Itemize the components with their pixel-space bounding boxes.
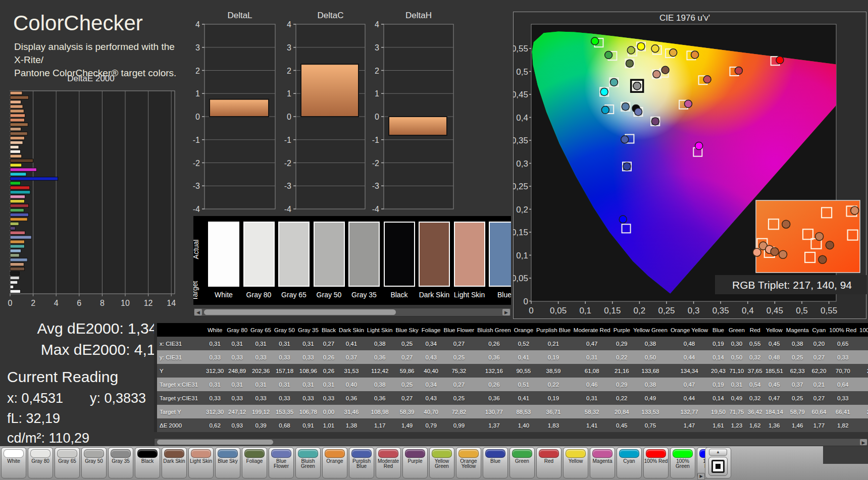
- toolbar-patch-white[interactable]: White: [1, 447, 26, 478]
- table-cell: 0,33: [249, 350, 273, 364]
- collapse-up-icon[interactable]: ▲: [709, 449, 727, 456]
- table-cell: 59,86: [394, 364, 420, 378]
- table-cell: 0,33: [828, 350, 858, 364]
- toolbar-patch-orange-yellow[interactable]: Orange Yellow: [456, 447, 481, 478]
- table-scroll-right-icon[interactable]: ▶: [860, 439, 867, 445]
- table-cell: 0,33: [205, 391, 225, 405]
- table-row-label: Y: [157, 364, 205, 378]
- toolbar-patch-black[interactable]: Black: [135, 447, 160, 478]
- toolbar-patch-cyan[interactable]: Cyan: [617, 447, 642, 478]
- deltae-bar: [10, 177, 58, 181]
- toolbar-patch-magenta[interactable]: Magenta: [590, 447, 615, 478]
- table-scrollbar[interactable]: ▶: [154, 438, 868, 446]
- patch-button-label: Gray 50: [82, 458, 106, 464]
- patch-swatch-dark-skin: [419, 222, 450, 287]
- deltae-bar: [10, 213, 28, 217]
- deltae-bar: [10, 281, 18, 284]
- deltae-bar: [10, 258, 27, 262]
- table-cell: 0,38: [785, 337, 810, 350]
- table-cell: 0,31: [225, 378, 249, 391]
- table-cell: 71,75: [727, 405, 746, 418]
- window-pattern-button[interactable]: [708, 457, 728, 476]
- toolbar-patch-blue[interactable]: Blue: [483, 447, 508, 478]
- patch-color-pill: [218, 449, 238, 458]
- toolbar-patch-purplish-blue[interactable]: Purplish Blue: [349, 447, 374, 478]
- table-cell: 0,26: [476, 378, 512, 391]
- cie-measured-marker: [661, 66, 669, 74]
- svg-text:1: 1: [375, 89, 379, 98]
- toolbar-patch-100-green[interactable]: 100% Green: [670, 447, 695, 478]
- table-scroll-thumb[interactable]: [157, 440, 273, 445]
- table-cell: 31,46: [337, 405, 366, 418]
- table-cell: 0,33: [320, 391, 337, 405]
- toolbar-patch-foliage[interactable]: Foliage: [242, 447, 267, 478]
- patch-color-pill: [512, 449, 532, 458]
- table-cell: 223,34: [858, 405, 868, 418]
- measurement-table: WhiteGray 80Gray 65Gray 50Gray 35BlackDa…: [154, 323, 868, 432]
- deltae-bar: [10, 91, 22, 95]
- patch-color-pill: [4, 449, 24, 458]
- patch-color-pill: [298, 449, 318, 458]
- toolbar-patch-yellow-green[interactable]: Yellow Green: [429, 447, 454, 478]
- table-cell: 0,31: [273, 378, 296, 391]
- table-cell: 60,64: [810, 405, 828, 418]
- toolbar-patch-orange[interactable]: Orange: [322, 447, 347, 478]
- patch-button-label: Dark Skin: [162, 458, 186, 464]
- table-cell: 0,60: [858, 391, 868, 405]
- cie-measured-marker: [601, 106, 609, 114]
- scroll-right-icon[interactable]: ▶: [502, 309, 510, 315]
- svg-text:-4: -4: [193, 205, 200, 214]
- svg-text:0: 0: [8, 299, 13, 307]
- toolbar-patch-dark-skin[interactable]: Dark Skin: [162, 447, 187, 478]
- deltae-bar: [10, 110, 24, 113]
- toolbar-patch-gray-50[interactable]: Gray 50: [81, 447, 107, 478]
- deltae-bar: [10, 227, 15, 230]
- patch-button-label: Orange Yellow: [456, 458, 481, 469]
- toolbar-scroll-right-icon[interactable]: ▶: [697, 473, 705, 480]
- rgb-triplet: RGB Triplet: 217, 140, 94: [732, 279, 852, 291]
- svg-text:0: 0: [524, 297, 528, 306]
- table-row-label: x: CIE31: [157, 337, 205, 350]
- swatch-strip-scrollbar[interactable]: ◀ ▶: [193, 308, 511, 316]
- toolbar-patch-gray-35[interactable]: Gray 35: [108, 447, 133, 478]
- table-cell: 1,69: [858, 418, 868, 432]
- toolbar-patch-yellow[interactable]: Yellow: [563, 447, 588, 478]
- deltae-bar: [10, 249, 21, 253]
- table-cell: 0,31: [727, 378, 746, 391]
- table-cell: 0,65: [828, 337, 858, 350]
- swatch-scroll-thumb[interactable]: [204, 309, 396, 315]
- table-cell: 0,19: [535, 350, 572, 364]
- table-column-header: Moderate Red: [572, 323, 612, 337]
- toolbar-patch-bluish-green[interactable]: Bluish Green: [295, 447, 321, 478]
- svg-text:0: 0: [529, 306, 533, 315]
- deltae-bar: [10, 182, 21, 185]
- toolbar-patch-moderate-red[interactable]: Moderate Red: [376, 447, 401, 478]
- toolbar-patch-purple[interactable]: Purple: [402, 447, 428, 478]
- table-cell: 75,32: [442, 364, 476, 378]
- deltae-bar: [10, 231, 25, 235]
- table-cell: 0,34: [420, 378, 442, 391]
- svg-text:3: 3: [375, 43, 379, 52]
- toolbar-patch-green[interactable]: Green: [509, 447, 535, 478]
- toolbar-patch-100-red[interactable]: 100% Red: [643, 447, 669, 478]
- cie-measured-marker: [651, 118, 659, 125]
- toolbar-patch-blue-sky[interactable]: Blue Sky: [215, 447, 240, 478]
- toolbar-patch-gray-80[interactable]: Gray 80: [28, 447, 53, 478]
- table-cell: 0,48: [669, 337, 709, 350]
- svg-text:2: 2: [287, 67, 291, 75]
- scroll-left-icon[interactable]: ◀: [194, 309, 202, 315]
- table-cell: 1,46: [785, 418, 810, 432]
- patch-button-label: Gray 65: [55, 458, 79, 464]
- toolbar-patch-gray-65[interactable]: Gray 65: [55, 447, 80, 478]
- toolbar-patch-red[interactable]: Red: [536, 447, 561, 478]
- svg-text:0,2: 0,2: [634, 306, 646, 315]
- current-x: x: 0,4531: [7, 391, 63, 406]
- table-column-header: 100% Red: [828, 323, 858, 337]
- table-cell: 1,01: [320, 418, 337, 432]
- table-cell: 0,62: [858, 350, 868, 364]
- table-cell: 0,36: [337, 391, 366, 405]
- table-cell: 0,14: [709, 391, 727, 405]
- toolbar-patch-blue-flower[interactable]: Blue Flower: [269, 447, 294, 478]
- patch-swatch-gray-50: [314, 222, 345, 287]
- toolbar-patch-light-skin[interactable]: Light Skin: [188, 447, 214, 478]
